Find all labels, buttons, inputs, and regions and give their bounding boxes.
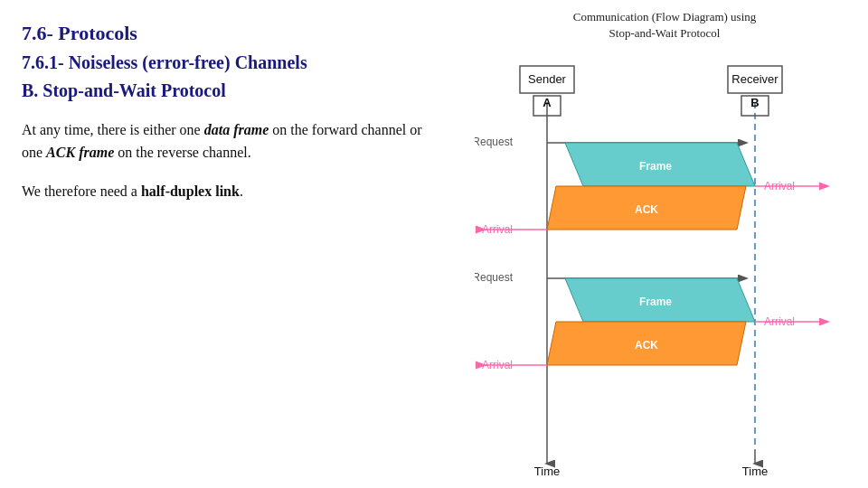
svg-text:Request: Request — [475, 271, 514, 284]
svg-text:ACK: ACK — [635, 339, 658, 352]
paragraph1: At any time, there is either one data fr… — [22, 119, 434, 164]
svg-text:ACK: ACK — [635, 203, 658, 216]
section-title: 7.6- Protocols — [22, 22, 434, 45]
right-panel: Communication (Flow Diagram) using Stop-… — [461, 0, 868, 488]
svg-text:Sender: Sender — [528, 72, 567, 86]
paragraph2-suffix: . — [240, 183, 243, 199]
half-duplex-label: half-duplex link — [141, 183, 240, 199]
left-panel: 7.6- Protocols 7.6.1- Noiseless (error-f… — [0, 0, 461, 488]
flow-diagram: Sender A Receiver B Request Frame Arriva… — [475, 52, 854, 477]
svg-text:A: A — [542, 96, 552, 109]
svg-text:Time: Time — [534, 465, 560, 477]
svg-text:Receiver: Receiver — [731, 72, 778, 86]
topic-title: B. Stop-and-Wait Protocol — [22, 80, 434, 101]
diagram-title-line2: Stop-and-Wait Protocol — [609, 26, 721, 40]
subsection-title: 7.6.1- Noiseless (error-free) Channels — [22, 52, 434, 73]
diagram-title: Communication (Flow Diagram) using Stop-… — [573, 9, 757, 42]
diagram-container: Sender A Receiver B Request Frame Arriva… — [461, 42, 868, 488]
svg-text:Time: Time — [742, 465, 768, 477]
diagram-title-line1: Communication (Flow Diagram) using — [573, 10, 757, 23]
paragraph2: We therefore need a half-duplex link. — [22, 181, 434, 203]
svg-text:B: B — [750, 96, 759, 109]
svg-text:Frame: Frame — [639, 160, 672, 173]
svg-text:Frame: Frame — [639, 296, 672, 308]
svg-text:Request: Request — [475, 136, 514, 148]
